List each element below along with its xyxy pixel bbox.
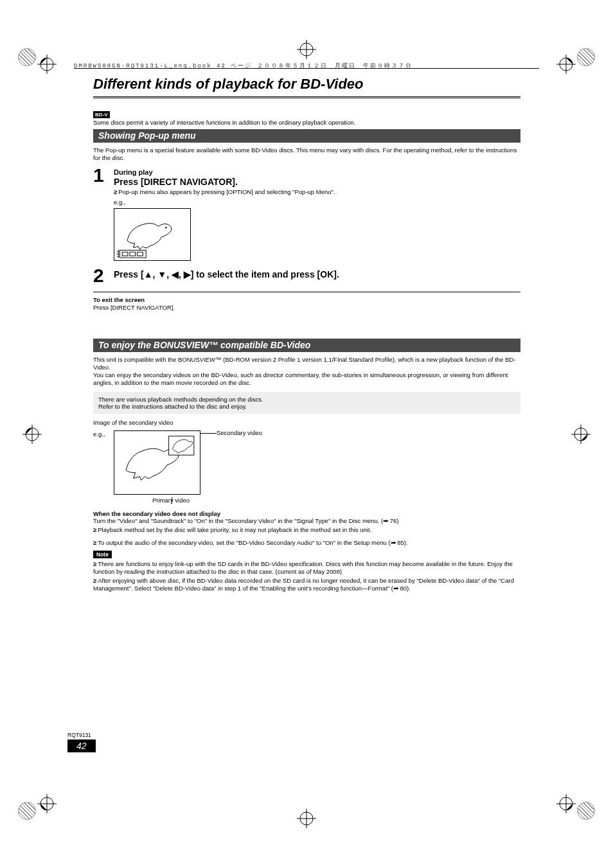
crop-mark: [556, 55, 576, 74]
secondary-video-label: Secondary video: [217, 429, 262, 436]
step2-line: Press [▲, ▼, ◀, ▶] to select the item an…: [114, 269, 520, 279]
eg-label: e.g.,: [114, 199, 520, 206]
title-rule: [93, 96, 520, 98]
when-title: When the secondary video does not displa…: [93, 510, 520, 518]
note-box: There are various playback methods depen…: [93, 392, 520, 414]
svg-rect-10: [122, 252, 128, 256]
bd-v-badge: BD-V: [93, 111, 110, 118]
svg-point-8: [165, 227, 166, 228]
source-header: DMRBW500GN-RQT9131-L_eng.book 42 ページ ２００…: [74, 62, 539, 70]
svg-rect-9: [120, 251, 146, 258]
secondary-video-illustration: [114, 430, 200, 495]
rqt-code: RQT9131: [67, 732, 96, 738]
step1-bullet: Pop-up menu also appears by pressing [OP…: [114, 188, 520, 196]
header-rule: [74, 68, 539, 69]
exit-body: Press [DIRECT NAVIGATOR].: [93, 304, 520, 312]
note-line1: There are various playback methods depen…: [98, 396, 515, 403]
page-footer: RQT9131 42: [67, 732, 96, 752]
crop-mark: [556, 794, 576, 813]
step-number: 2: [93, 266, 114, 285]
page-title: Different kinds of playback for BD-Video: [93, 76, 520, 93]
note-bullet-1: There are functions to enjoy link-up wit…: [93, 560, 520, 576]
step1-line1: During play: [114, 168, 520, 176]
svg-rect-11: [130, 252, 136, 256]
divider: [93, 292, 520, 292]
exit-title: To exit the screen: [93, 296, 520, 304]
callout-line: [172, 497, 172, 504]
note-bullet-2: After enjoying with above disc, if the B…: [93, 577, 520, 592]
crop-mark: [297, 809, 316, 828]
crop-mark: [571, 425, 591, 444]
page-content: Different kinds of playback for BD-Video…: [93, 76, 520, 592]
bonusview-desc2: You can enjoy the secondary videos on th…: [93, 371, 520, 387]
t: VIEW: [200, 356, 215, 363]
crop-mark: [297, 40, 316, 59]
svg-rect-14: [169, 436, 194, 454]
step-2: 2 Press [▲, ▼, ◀, ▶] to select the item …: [93, 266, 520, 285]
svg-rect-12: [138, 252, 143, 256]
registration-mark: [577, 48, 595, 66]
bonusview-pre: To enjoy the BONUS: [98, 340, 186, 350]
image-label: Image of the secondary video: [93, 419, 520, 427]
bonusview-view: VIEW: [186, 340, 209, 350]
primary-video-label: Primary video: [152, 497, 520, 504]
section-popup-heading: Showing Pop-up menu: [93, 129, 520, 143]
registration-mark: [18, 802, 36, 820]
crop-mark: [22, 425, 42, 444]
page-number: 42: [67, 740, 96, 752]
registration-mark: [577, 802, 595, 820]
when-body: Turn the "Video" and "Soundtrack" to "On…: [93, 517, 520, 525]
step-number: 1: [93, 166, 114, 185]
registration-mark: [18, 48, 36, 66]
note-badge: Note: [93, 551, 112, 558]
section-bonusview-heading: To enjoy the BONUSVIEW™ compatible BD-Vi…: [93, 339, 520, 352]
crop-mark: [37, 794, 57, 813]
step-1: 1 During play Press [DIRECT NAVIGATOR]. …: [93, 166, 520, 261]
t: This unit is compatible with the BONUS: [93, 356, 200, 363]
bonusview-tm: ™ compatible BD-Video: [209, 340, 310, 350]
bonusview-desc1: This unit is compatible with the BONUSVI…: [93, 356, 520, 371]
step1-line2: Press [DIRECT NAVIGATOR].: [114, 177, 520, 187]
note-line2: Refer to the instructions attached to th…: [98, 403, 515, 410]
output-bullet: To output the audio of the secondary vid…: [93, 539, 520, 547]
eg-label: e.g.,: [93, 430, 105, 438]
when-bullet: Playback method set by the disc will tak…: [93, 526, 520, 534]
intro-text: Some discs permit a variety of interacti…: [93, 119, 520, 127]
popup-illustration: [114, 208, 191, 261]
crop-mark: [37, 55, 57, 74]
popup-description: The Pop-up menu is a special feature ava…: [93, 146, 520, 162]
